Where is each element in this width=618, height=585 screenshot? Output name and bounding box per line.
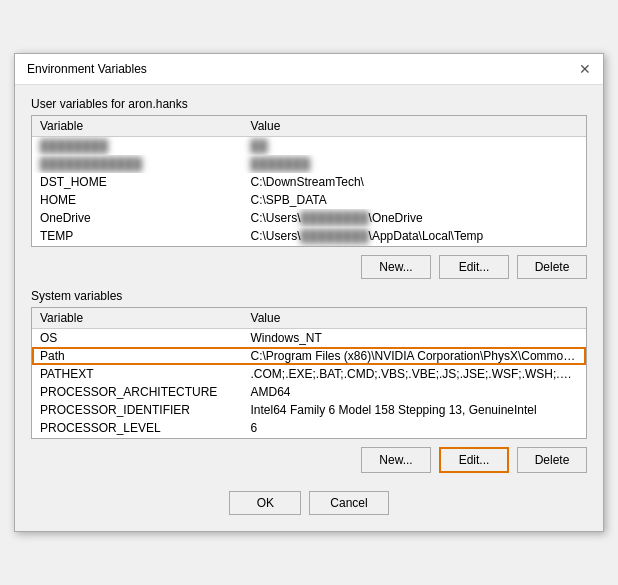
user-col-value: Value [243,116,586,137]
system-section-label: System variables [31,289,587,303]
system-variables-table-wrapper: Variable Value OSWindows_NTPathC:\Progra… [31,307,587,439]
system-col-value: Value [243,308,586,329]
system-variables-table: Variable Value OSWindows_NTPathC:\Progra… [32,308,586,438]
user-edit-button[interactable]: Edit... [439,255,509,279]
close-button[interactable]: ✕ [579,62,591,76]
table-row[interactable]: OneDriveC:\Users\████████\OneDrive [32,209,586,227]
table-row[interactable]: PROCESSOR_ARCHITECTUREAMD64 [32,383,586,401]
dialog-title: Environment Variables [27,62,147,76]
title-bar: Environment Variables ✕ [15,54,603,85]
table-row[interactable]: ███████████████████ [32,155,586,173]
system-delete-button[interactable]: Delete [517,447,587,473]
user-delete-button[interactable]: Delete [517,255,587,279]
dialog-content: User variables for aron.hanks Variable V… [15,85,603,531]
user-buttons-row: New... Edit... Delete [31,255,587,279]
system-edit-button[interactable]: Edit... [439,447,509,473]
table-row[interactable]: PROCESSOR_REVISION9e0d [32,437,586,438]
cancel-button[interactable]: Cancel [309,491,388,515]
table-row[interactable]: OSWindows_NT [32,329,586,348]
user-section-label: User variables for aron.hanks [31,97,587,111]
table-row[interactable]: PROCESSOR_LEVEL6 [32,419,586,437]
system-col-variable: Variable [32,308,243,329]
table-row[interactable]: ██████████ [32,137,586,156]
bottom-buttons-row: OK Cancel [31,483,587,519]
table-row[interactable]: PathC:\Program Files (x86)\NVIDIA Corpor… [32,347,586,365]
user-new-button[interactable]: New... [361,255,431,279]
ok-button[interactable]: OK [229,491,301,515]
user-variables-table: Variable Value █████████████████████████… [32,116,586,246]
user-variables-table-wrapper: Variable Value █████████████████████████… [31,115,587,247]
table-row[interactable]: PROCESSOR_IDENTIFIERIntel64 Family 6 Mod… [32,401,586,419]
table-row[interactable]: HOMEC:\SPB_DATA [32,191,586,209]
user-variables-scroll[interactable]: Variable Value █████████████████████████… [32,116,586,246]
environment-variables-dialog: Environment Variables ✕ User variables f… [14,53,604,532]
table-row[interactable]: PATHEXT.COM;.EXE;.BAT;.CMD;.VBS;.VBE;.JS… [32,365,586,383]
user-col-variable: Variable [32,116,243,137]
table-row[interactable]: TEMPC:\Users\████████\AppData\Local\Temp [32,227,586,245]
system-buttons-row: New... Edit... Delete [31,447,587,473]
table-row[interactable]: DST_HOMEC:\DownStreamTech\ [32,173,586,191]
system-new-button[interactable]: New... [361,447,431,473]
system-variables-scroll[interactable]: Variable Value OSWindows_NTPathC:\Progra… [32,308,586,438]
table-row[interactable]: TMPC:\Users\████████\AppData\Local\Temp [32,245,586,246]
